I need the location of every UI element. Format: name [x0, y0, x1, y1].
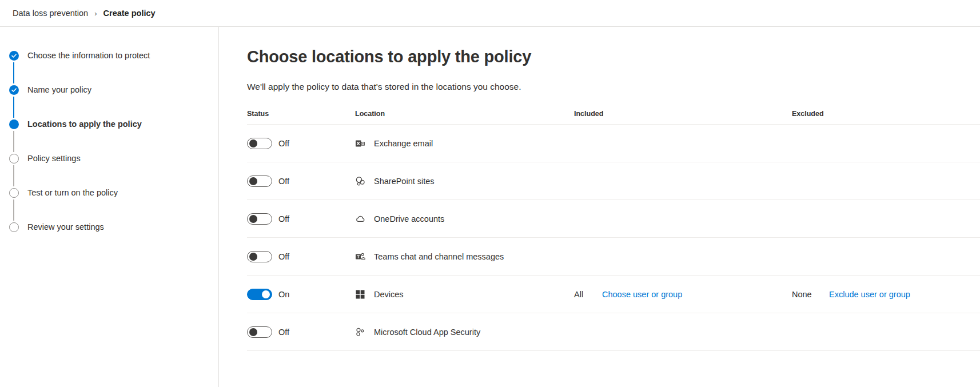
toggle-state-label: On — [278, 290, 289, 299]
location-name: Exchange email — [374, 139, 433, 148]
wizard-step-locations-to-apply-the-policy[interactable]: Locations to apply the policy — [9, 119, 218, 154]
toggle-state-label: Off — [278, 177, 289, 186]
location-status-toggle[interactable] — [247, 289, 272, 300]
locations-table-body: Off — [247, 125, 980, 351]
page-title: Choose locations to apply the policy — [247, 47, 980, 66]
table-row: Off — [247, 238, 980, 276]
table-row: Off — [247, 313, 980, 351]
sharepoint-icon — [355, 176, 365, 186]
included-value: All — [574, 290, 602, 299]
exclude-user-or-group-link[interactable]: Exclude user or group — [829, 290, 910, 299]
windows-icon — [355, 289, 365, 300]
column-header-included: Included — [574, 110, 792, 118]
step-status-icon — [9, 154, 19, 163]
excluded-value: None — [792, 290, 829, 299]
step-status-icon — [9, 119, 19, 129]
toggle-state-label: Off — [278, 328, 289, 337]
wizard-step-policy-settings[interactable]: Policy settings — [9, 154, 218, 188]
location-name: SharePoint sites — [374, 177, 435, 186]
location-status-toggle[interactable] — [247, 138, 272, 149]
location-name: Microsoft Cloud App Security — [374, 328, 480, 337]
location-name: Devices — [374, 290, 404, 299]
step-label: Name your policy — [27, 85, 91, 119]
wizard-steps-sidebar: Choose the information to protect Name y… — [0, 27, 219, 387]
table-row: Off — [247, 200, 980, 238]
step-connector — [13, 165, 14, 186]
location-status-toggle[interactable] — [247, 326, 272, 338]
main-panel: Choose locations to apply the policy We'… — [219, 27, 980, 387]
teams-icon — [355, 252, 365, 262]
choose-user-or-group-link[interactable]: Choose user or group — [602, 290, 682, 299]
step-label: Choose the information to protect — [27, 51, 150, 85]
toggle-knob — [249, 139, 257, 147]
toggle-knob — [249, 328, 257, 336]
step-status-icon — [9, 51, 19, 61]
wizard-step-review-your-settings[interactable]: Review your settings — [9, 222, 218, 257]
step-status-icon — [9, 222, 19, 232]
toggle-knob — [249, 253, 257, 261]
step-connector — [13, 97, 14, 118]
step-connector — [13, 131, 14, 152]
check-icon — [11, 87, 17, 93]
table-row: On — [247, 276, 980, 313]
breadcrumb: Data loss prevention › Create policy — [0, 0, 980, 27]
table-row: Off — [247, 125, 980, 162]
wizard-step-choose-the-information-to-protect[interactable]: Choose the information to protect — [9, 51, 218, 85]
location-status-toggle[interactable] — [247, 251, 272, 262]
toggle-knob — [262, 290, 270, 298]
cloud-app-security-icon — [355, 327, 365, 337]
toggle-state-label: Off — [278, 214, 289, 224]
column-header-excluded: Excluded — [792, 110, 980, 118]
step-label: Locations to apply the policy — [27, 119, 142, 154]
page-subtitle: We'll apply the policy to data that's st… — [247, 82, 980, 92]
step-connector — [13, 62, 14, 83]
location-status-toggle[interactable] — [247, 213, 272, 225]
table-row: Off — [247, 162, 980, 200]
column-header-status: Status — [247, 110, 355, 118]
step-status-icon — [9, 188, 19, 198]
wizard-step-name-your-policy[interactable]: Name your policy — [9, 85, 218, 119]
breadcrumb-chevron-icon: › — [94, 9, 97, 18]
onedrive-icon — [355, 214, 365, 224]
step-label: Review your settings — [27, 222, 104, 257]
breadcrumb-item-create-policy: Create policy — [103, 9, 156, 18]
location-name: Teams chat and channel messages — [374, 252, 504, 261]
breadcrumb-item-dlp[interactable]: Data loss prevention — [13, 9, 88, 18]
step-connector — [13, 200, 14, 221]
location-status-toggle[interactable] — [247, 175, 272, 187]
exchange-icon — [355, 138, 365, 149]
toggle-state-label: Off — [278, 139, 289, 148]
toggle-state-label: Off — [278, 252, 289, 261]
location-name: OneDrive accounts — [374, 214, 444, 224]
locations-table-header: Status Location Included Excluded — [247, 110, 980, 125]
check-icon — [11, 53, 17, 59]
toggle-knob — [249, 215, 257, 223]
column-header-location: Location — [355, 110, 574, 118]
step-label: Test or turn on the policy — [27, 188, 118, 222]
step-label: Policy settings — [27, 154, 81, 188]
step-status-icon — [9, 85, 19, 95]
wizard-step-test-or-turn-on-the-policy[interactable]: Test or turn on the policy — [9, 188, 218, 222]
toggle-knob — [249, 177, 257, 185]
